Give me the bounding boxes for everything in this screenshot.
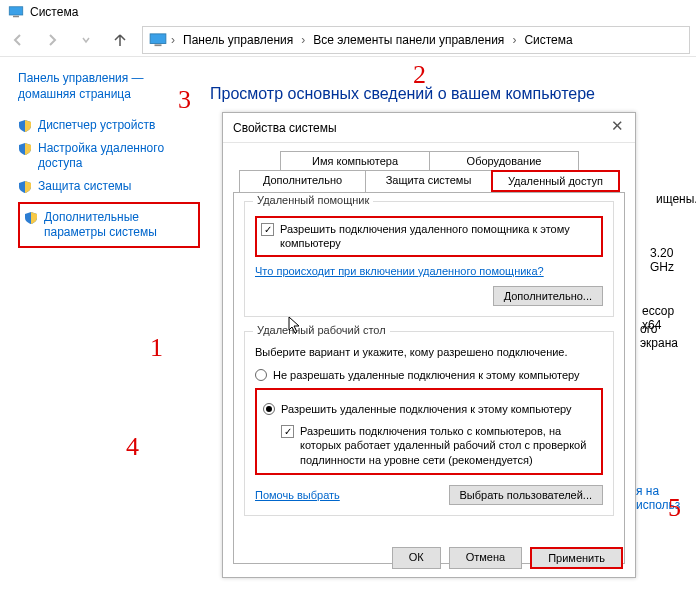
annotation-number-1: 1 (150, 333, 163, 363)
clipped-text: 3.20 GHz (650, 246, 696, 274)
ok-button[interactable]: ОК (392, 547, 441, 569)
system-properties-dialog: Свойства системы ✕ Имя компьютера Оборуд… (222, 112, 636, 578)
window-titlebar: Система (0, 0, 696, 24)
tab-system-protection[interactable]: Защита системы (365, 170, 492, 192)
history-dropdown[interactable] (74, 28, 98, 52)
checkbox-allow-remote-assistance[interactable]: Разрешить подключения удаленного помощни… (261, 222, 597, 251)
annotation-number-4: 4 (126, 432, 139, 462)
control-panel-home-link[interactable]: Панель управления — домашняя страница (18, 71, 200, 102)
nav-row: › Панель управления › Все элементы панел… (0, 24, 696, 56)
help-choose-link[interactable]: Помочь выбрать (255, 489, 340, 501)
clipped-text: ищены. (656, 192, 696, 206)
group-remote-assistant: Удаленный помощник Разрешить подключения… (244, 201, 614, 317)
radio-allow-remote[interactable]: Разрешить удаленные подключения к этому … (263, 402, 595, 416)
sidebar-item-label: Дополнительные параметры системы (44, 210, 194, 240)
forward-button[interactable] (40, 28, 64, 52)
tab-remote[interactable]: Удаленный доступ (491, 170, 620, 192)
group-legend: Удаленный помощник (253, 194, 373, 206)
group-remote-desktop: Удаленный рабочий стол Выберите вариант … (244, 331, 614, 516)
clipped-link[interactable]: я на использ (636, 484, 696, 512)
shield-icon (18, 180, 32, 194)
shield-icon (24, 211, 38, 225)
sidebar: Панель управления — домашняя страница Ди… (0, 57, 210, 603)
radio-deny-remote[interactable]: Не разрешать удаленные подключения к это… (255, 368, 603, 382)
annotation-number-3: 3 (178, 85, 191, 115)
sidebar-item-system-protection[interactable]: Защита системы (18, 175, 200, 198)
breadcrumb-item[interactable]: Система (520, 33, 576, 47)
clipped-text: ого экрана (640, 322, 696, 350)
apply-button[interactable]: Применить (530, 547, 623, 569)
sidebar-item-label: Защита системы (38, 179, 131, 194)
checkbox-icon (261, 223, 274, 236)
page-heading: Просмотр основных сведений о вашем компь… (210, 85, 595, 103)
up-button[interactable] (108, 28, 132, 52)
radio-icon (263, 403, 275, 415)
group-legend: Удаленный рабочий стол (253, 324, 390, 336)
checkbox-label: Разрешить подключения только с компьютер… (300, 424, 595, 467)
checkbox-label: Разрешить подключения удаленного помощни… (280, 222, 597, 251)
remote-assistance-help-link[interactable]: Что происходит при включении удаленного … (255, 265, 544, 277)
computer-icon (8, 6, 24, 18)
breadcrumb-item[interactable]: Панель управления (179, 33, 297, 47)
sidebar-item-device-manager[interactable]: Диспетчер устройств (18, 114, 200, 137)
radio-icon (255, 369, 267, 381)
svg-rect-0 (9, 7, 23, 15)
svg-rect-2 (150, 34, 166, 44)
shield-icon (18, 119, 32, 133)
annotation-number-2: 2 (413, 60, 426, 90)
tab-advanced[interactable]: Дополнительно (239, 170, 366, 192)
tab-hardware[interactable]: Оборудование (429, 151, 579, 170)
close-button[interactable]: ✕ (607, 117, 627, 137)
shield-icon (18, 142, 32, 156)
breadcrumb[interactable]: › Панель управления › Все элементы панел… (142, 26, 690, 54)
dialog-titlebar: Свойства системы ✕ (223, 113, 635, 143)
dialog-title: Свойства системы (233, 121, 337, 135)
chevron-right-icon: › (301, 33, 305, 47)
sidebar-item-advanced-settings[interactable]: Дополнительные параметры системы (18, 202, 200, 248)
sidebar-item-label: Настройка удаленного доступа (38, 141, 200, 171)
checkbox-nla[interactable]: Разрешить подключения только с компьютер… (281, 424, 595, 467)
tab-computer-name[interactable]: Имя компьютера (280, 151, 430, 170)
radio-label: Разрешить удаленные подключения к этому … (281, 402, 572, 416)
svg-rect-3 (155, 44, 162, 46)
advanced-button[interactable]: Дополнительно... (493, 286, 603, 306)
checkbox-icon (281, 425, 294, 438)
annotation-number-5: 5 (668, 493, 681, 523)
sidebar-item-remote-settings[interactable]: Настройка удаленного доступа (18, 137, 200, 175)
computer-icon (149, 33, 167, 47)
sidebar-item-label: Диспетчер устройств (38, 118, 155, 133)
breadcrumb-item[interactable]: Все элементы панели управления (309, 33, 508, 47)
instruction-text: Выберите вариант и укажите, кому разреше… (255, 346, 603, 358)
radio-label: Не разрешать удаленные подключения к это… (273, 368, 580, 382)
chevron-right-icon: › (512, 33, 516, 47)
svg-rect-1 (13, 16, 19, 18)
back-button[interactable] (6, 28, 30, 52)
cancel-button[interactable]: Отмена (449, 547, 522, 569)
chevron-right-icon: › (171, 33, 175, 47)
window-title: Система (30, 5, 78, 19)
select-users-button[interactable]: Выбрать пользователей... (449, 485, 604, 505)
mouse-cursor-icon (288, 316, 302, 337)
